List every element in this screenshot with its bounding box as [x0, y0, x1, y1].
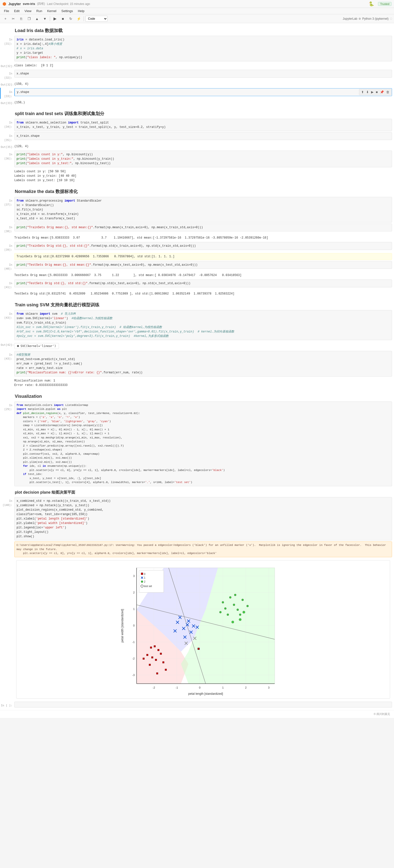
- paste-button[interactable]: ❐: [26, 16, 33, 22]
- cell-toolbar-run2[interactable]: ▶: [370, 90, 374, 94]
- cell-toolbar-download[interactable]: ⬇: [365, 90, 370, 94]
- cell-number-140: In [140]:: [1, 497, 14, 540]
- cell-number-42: Out[42]:: [1, 341, 14, 350]
- cell-32-xshape-out: Out[32]: (150, 4): [0, 80, 394, 88]
- cell-output-36: Labels count in y: [50 50 50] Labels cou…: [14, 168, 394, 184]
- cell-input-39[interactable]: print("TrainSets Orig std:{}, std std:{}…: [14, 242, 392, 250]
- cell-35-input: In [35]: x_train.shape: [0, 132, 394, 143]
- menu-run[interactable]: Run: [34, 9, 44, 13]
- cell-33-toolbar: ⬆ ⬇ ▶ ■ 📌 🗑: [359, 89, 392, 95]
- cell-content-chart: -2 -1 0 1 2 3 3 2 1 0 -1: [14, 558, 394, 701]
- svg-rect-29: [143, 658, 145, 659]
- cell-input-34[interactable]: from sklearn.model_selection import trai…: [14, 119, 392, 131]
- cell-toolbar-delete[interactable]: 🗑: [385, 90, 390, 94]
- svc-dot: [17, 345, 19, 347]
- cell-input-29[interactable]: from matplotlib.colors import ListedColo…: [14, 401, 392, 486]
- menu-view[interactable]: View: [23, 9, 33, 13]
- svg-point-63: [224, 608, 226, 610]
- cell-number-32c: Out[32]:: [1, 81, 14, 87]
- menu-kernel[interactable]: Kernel: [45, 9, 58, 13]
- cell-input-36[interactable]: print("labels count in y:", np.bincount(…: [14, 151, 392, 167]
- cell-content-38b: TrainSets Orig mean:[5.83833333 3.07 3.7…: [14, 235, 394, 241]
- cell-empty-bottom: In [ ]:: [0, 701, 394, 708]
- cell-number-warn: [1, 541, 14, 557]
- cell-content-warn: C:\Users\AppData\Local\Temp\ipykernel_35…: [14, 541, 394, 557]
- cell-input-empty[interactable]: [14, 702, 392, 708]
- cell-output-32c: (150, 4): [14, 81, 394, 87]
- cell-type-select[interactable]: Code Markdown Raw: [85, 16, 108, 22]
- checkpoint-info: Last Checkpoint: 15 minutes ago: [47, 2, 90, 6]
- run-button[interactable]: ▶: [52, 16, 58, 22]
- section-load-iris: Load Iris data 数据加载: [0, 23, 394, 35]
- cell-number-38: In [38]:: [1, 223, 14, 234]
- cell-33-yshape-out: Out[33]: (150,): [0, 99, 394, 106]
- move-down-button[interactable]: ▼: [41, 16, 48, 22]
- cell-content-33[interactable]: y.shape ⬆ ⬇ ▶ ■ 📌 🗑: [14, 88, 394, 98]
- cell-38-out: TrainSets Orig mean:[5.83833333 3.07 3.7…: [0, 234, 394, 242]
- svg-point-68: [239, 618, 241, 621]
- cell-input-32b[interactable]: x.shape: [14, 70, 392, 78]
- cell-number-29: In [29]:: [1, 401, 14, 486]
- cell-input-41[interactable]: print("TestSets Orig std:{}, std std:{}"…: [14, 279, 392, 287]
- cell-input-31[interactable]: iris = datasets.load_iris() x = iris.dat…: [14, 36, 392, 61]
- svg-rect-26: [154, 646, 156, 647]
- titlebar: ⬢ Jupyter svm-iris (四维) Last Checkpoint:…: [0, 0, 394, 8]
- cell-number-39: In [39]:: [1, 242, 14, 252]
- cell-41-input: In [41]: print("TestSets Orig std:{}, st…: [0, 279, 394, 290]
- copy-button[interactable]: ⎘: [18, 16, 25, 22]
- cell-output-32a: class labels: [0 1 2]: [14, 62, 394, 69]
- cell-input-37[interactable]: from sklearn.preprocessing import Standa…: [14, 197, 392, 222]
- cell-input-35[interactable]: x_train.shape: [14, 132, 392, 140]
- svg-rect-74: [141, 573, 143, 575]
- restart-button[interactable]: ↻: [67, 16, 74, 22]
- cell-39-input: In [39]: print("TrainSets Orig std:{}, s…: [0, 242, 394, 253]
- legend-1: 1: [144, 577, 146, 579]
- svg-point-57: [229, 596, 231, 598]
- cell-toolbar-stop2[interactable]: ■: [375, 90, 378, 94]
- notebook: Load Iris data 数据加载 In [31]: iris = data…: [0, 23, 394, 718]
- move-up-button[interactable]: ▲: [33, 16, 40, 22]
- cell-37: In [37]: from sklearn.preprocessing impo…: [0, 196, 394, 223]
- cell-input-33[interactable]: y.shape: [14, 88, 392, 96]
- cell-content-41b: TestSets Orig std:[0.83125741 0.4552899 …: [14, 290, 394, 297]
- cell-39-out: TrainSets Orig std:[0.82372960 0.4280965…: [0, 253, 394, 260]
- cell-content-32b: x.shape: [14, 70, 394, 80]
- cell-content-29: from matplotlib.colors import ListedColo…: [14, 401, 394, 486]
- cell-number-41b: [1, 290, 14, 297]
- cell-input-140[interactable]: x_combined_std = np.vstack((x_train_std,…: [14, 497, 392, 540]
- x-tick-3: 3: [268, 686, 270, 689]
- cell-number-35: In [35]:: [1, 132, 14, 142]
- cell-chart-output: -2 -1 0 1 2 3 3 2 1 0 -1: [0, 558, 394, 701]
- cell-toolbar-upload[interactable]: ⬆: [361, 90, 365, 94]
- cell-29-viz: In [29]: from matplotlib.colors import L…: [0, 401, 394, 487]
- cell-number-chart: [1, 558, 14, 701]
- cell-input-43b[interactable]: #模型预测 pred_test=svm.predict(x_test_std) …: [14, 351, 392, 377]
- cell-input-43a[interactable]: from sklearn import svm # 导入SVM svm= svm…: [14, 310, 392, 340]
- decision-boundary-chart: -2 -1 0 1 2 3 3 2 1 0 -1: [119, 560, 287, 699]
- cell-content-31: iris = datasets.load_iris() x = iris.dat…: [14, 36, 394, 61]
- stop-button[interactable]: ■: [59, 16, 66, 22]
- cell-32-xshape: In [32]: x.shape: [0, 69, 394, 80]
- menu-edit[interactable]: Edit: [12, 9, 22, 13]
- cell-output-35: (120, 4): [14, 143, 394, 150]
- menu-file[interactable]: File: [2, 9, 11, 13]
- svg-point-59: [227, 614, 229, 616]
- restart-run-button[interactable]: ⚡: [75, 16, 82, 22]
- y-tick-2: 2: [133, 591, 134, 594]
- menubar: File Edit View Run Kernel Settings Help: [0, 8, 394, 14]
- cell-content-35b: (120, 4): [14, 143, 394, 150]
- svg-point-66: [239, 614, 241, 616]
- cut-button[interactable]: ✂: [10, 16, 17, 22]
- cell-35-out: Out[35]: (120, 4): [0, 143, 394, 150]
- menu-help[interactable]: Help: [76, 9, 87, 13]
- cell-36-input: In [36]: print("labels count in y:", np.…: [0, 150, 394, 168]
- cell-output-33b: (150,): [14, 99, 394, 106]
- cell-content-empty: [14, 702, 394, 708]
- cell-input-38[interactable]: print("TrainSets Orig mean:{}, std mean:…: [14, 223, 392, 231]
- add-cell-button[interactable]: ＋: [2, 16, 9, 22]
- kernel-status-dot: [359, 18, 361, 20]
- cell-toolbar-pin[interactable]: 📌: [379, 90, 385, 94]
- cell-number-33: In [33]:: [1, 88, 14, 98]
- cell-input-40[interactable]: print("TestSets Orig mean:{}, std mean:{…: [14, 261, 392, 269]
- menu-settings[interactable]: Settings: [59, 9, 75, 13]
